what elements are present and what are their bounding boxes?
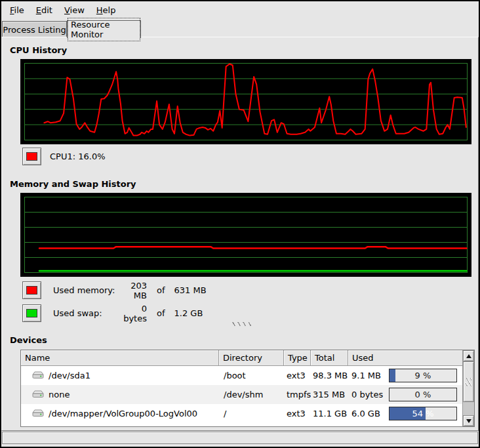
memory-history-title: Memory and Swap History	[10, 179, 136, 189]
device-type: ext3	[284, 371, 311, 380]
status-bar	[2, 432, 478, 444]
pane-resize-grip[interactable]	[232, 322, 252, 326]
devices-title: Devices	[10, 335, 47, 345]
tab-label: Process Listing	[3, 25, 66, 35]
used-memory-color-chip	[26, 286, 37, 295]
tab-process-listing[interactable]: Process Listing	[2, 21, 67, 37]
device-total: 98.3 MB	[311, 371, 348, 380]
usage-progress-bar: 9 %	[389, 369, 457, 382]
scroll-down-button[interactable]	[463, 415, 474, 426]
drive-icon	[32, 390, 44, 399]
device-name: /dev/mapper/VolGroup00-LogVol00	[49, 409, 197, 418]
device-used: 0 bytes	[351, 390, 383, 399]
tab-resource-monitor[interactable]: Resource Monitor	[67, 20, 141, 38]
vertical-scrollbar[interactable]	[462, 350, 474, 426]
cpu-history-graph	[20, 59, 471, 144]
device-total: 315 MB	[311, 390, 348, 399]
cpu-history-title: CPU History	[10, 45, 67, 55]
progress-label: 0 %	[390, 388, 456, 401]
memory-swap-graph	[20, 193, 471, 277]
menu-view[interactable]: View	[58, 3, 90, 18]
scroll-up-button[interactable]	[463, 350, 474, 361]
progress-label: 54 %	[390, 407, 456, 420]
used-swap-value: 0 bytes	[117, 304, 147, 323]
used-memory-legend: Used memory: 203 MB of 631 MB	[53, 281, 207, 299]
device-directory: /dev/shm	[219, 390, 284, 399]
column-header-used[interactable]: Used	[348, 350, 462, 366]
device-used: 6.0 GB	[351, 409, 380, 418]
devices-table: Name Directory Type Total Used /dev/sda1…	[20, 350, 475, 427]
swap-total-value: 1.2 GB	[174, 308, 203, 318]
usage-progress-bar: 54 %	[389, 407, 457, 420]
used-swap-of: of	[157, 308, 165, 318]
device-directory: /boot	[219, 371, 284, 380]
device-total: 11.1 GB	[311, 409, 348, 418]
used-swap-color-chip	[26, 309, 37, 317]
drive-icon	[32, 409, 44, 418]
cpu1-legend-label: CPU1: 16.0%	[50, 148, 106, 165]
used-memory-label: Used memory:	[53, 285, 117, 295]
drive-icon	[32, 371, 44, 380]
device-name: /dev/sda1	[49, 371, 90, 380]
table-row[interactable]: /dev/sda1 /boot ext3 98.3 MB 9.1 MB 9 %	[21, 366, 462, 385]
used-swap-legend: Used swap: 0 bytes of 1.2 GB	[53, 304, 203, 322]
column-header-total[interactable]: Total	[311, 350, 348, 366]
device-name: none	[49, 390, 70, 399]
scrollbar-track[interactable]	[463, 402, 474, 415]
column-header-directory[interactable]: Directory	[219, 350, 284, 366]
used-memory-of: of	[157, 285, 165, 295]
app-window: File Edit View Help Process Listing Reso…	[0, 0, 480, 448]
table-row[interactable]: /dev/mapper/VolGroup00-LogVol00 / ext3 1…	[21, 404, 462, 423]
used-swap-color-swatch-button[interactable]	[22, 304, 41, 322]
table-row[interactable]: none /dev/shm tmpfs 315 MB 0 bytes 0 %	[21, 385, 462, 404]
device-type: ext3	[284, 409, 311, 418]
thumb-grip-icon	[466, 378, 471, 386]
resource-monitor-panel: CPU History CPU1: 16.0% Memory and Swap …	[1, 37, 479, 431]
column-header-name[interactable]: Name	[21, 350, 219, 366]
devices-table-header: Name Directory Type Total Used	[21, 350, 462, 366]
arrow-up-icon	[466, 354, 471, 358]
device-directory: /	[219, 409, 284, 418]
usage-progress-bar: 0 %	[389, 388, 457, 401]
progress-label: 9 %	[390, 369, 456, 382]
used-memory-color-swatch-button[interactable]	[22, 281, 41, 299]
tab-bar: Process Listing Resource Monitor	[1, 19, 479, 37]
menu-edit[interactable]: Edit	[30, 3, 58, 18]
menu-help[interactable]: Help	[90, 3, 122, 18]
cpu1-color-chip	[26, 152, 37, 161]
device-used: 9.1 MB	[351, 371, 381, 380]
device-type: tmpfs	[284, 390, 311, 399]
tab-label: Resource Monitor	[68, 18, 140, 41]
cpu1-color-swatch-button[interactable]	[22, 148, 41, 165]
menu-bar: File Edit View Help	[1, 1, 479, 19]
scrollbar-thumb[interactable]	[463, 361, 474, 402]
memory-total-value: 631 MB	[174, 285, 207, 295]
menu-file[interactable]: File	[4, 3, 30, 18]
column-header-type[interactable]: Type	[284, 350, 311, 366]
used-memory-value: 203 MB	[117, 281, 147, 300]
used-swap-label: Used swap:	[53, 308, 117, 318]
arrow-down-icon	[466, 419, 471, 423]
